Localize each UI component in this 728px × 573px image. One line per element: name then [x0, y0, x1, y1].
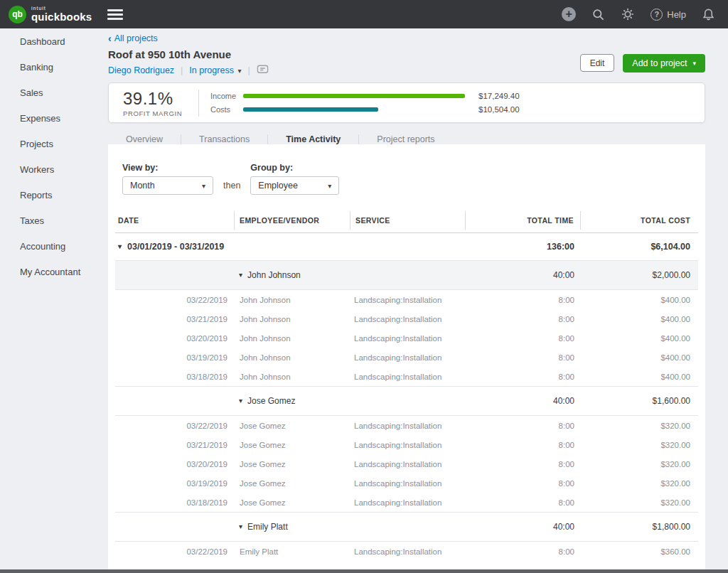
time-cell: 8:00	[466, 296, 581, 304]
employee-cell: Jose Gomez	[235, 498, 350, 507]
cost-cell: $400.00	[581, 353, 698, 362]
sidebar-item-projects[interactable]: Projects	[0, 131, 108, 156]
cost-cell: $320.00	[581, 441, 698, 449]
sidebar-item-taxes[interactable]: Taxes	[0, 208, 108, 233]
time-entry-row[interactable]: 03/18/2019Jose GomezLandscaping:Installa…	[115, 493, 698, 512]
service-cell: Landscaping:Installation	[350, 334, 466, 343]
create-plus-icon[interactable]: +	[562, 7, 576, 21]
sidebar-item-reports[interactable]: Reports	[0, 182, 108, 208]
cost-cell: $400.00	[581, 296, 698, 304]
intuit-wordmark: intuit	[31, 6, 92, 11]
hamburger-menu-icon[interactable]	[107, 7, 123, 22]
income-label: Income	[210, 92, 243, 100]
date-cell: 03/19/2019	[115, 353, 235, 362]
total-cost-cell: $6,104.00	[581, 242, 698, 252]
costs-value: $10,504.00	[478, 105, 520, 114]
time-cell: 8:00	[466, 373, 581, 381]
time-entry-row[interactable]: 03/20/2019John JohnsonLandscaping:Instal…	[115, 328, 698, 348]
sidebar-item-dashboard[interactable]: Dashboard	[0, 28, 108, 54]
time-entry-row[interactable]: 03/19/2019John JohnsonLandscaping:Instal…	[115, 348, 698, 367]
sidebar-item-sales[interactable]: Sales	[0, 80, 108, 105]
main-header: ‹ All projects Roof at 950 10th Avenue D…	[108, 28, 705, 149]
collapse-caret-icon[interactable]: ▾	[239, 523, 242, 530]
notes-icon[interactable]	[257, 65, 269, 75]
employee-group-row: ▾Emily Platt40:00$1,800.00	[115, 512, 698, 542]
help-label: Help	[667, 9, 686, 20]
customer-link[interactable]: Diego Rodriguez	[108, 65, 174, 75]
time-entry-row[interactable]: 03/21/2019John JohnsonLandscaping:Instal…	[115, 309, 698, 328]
service-cell: Landscaping:Installation	[350, 547, 466, 556]
col-header-date: DATE	[115, 211, 235, 230]
collapse-caret-icon[interactable]: ▾	[239, 272, 242, 279]
total-cost-cell: $1,600.00	[581, 396, 698, 406]
service-cell: Landscaping:Installation	[350, 479, 466, 488]
employee-cell: Emily Platt	[235, 547, 350, 556]
collapse-caret-icon[interactable]: ▾	[118, 243, 122, 250]
time-cell: 8:00	[466, 460, 581, 468]
cost-cell: $320.00	[581, 498, 698, 507]
sidebar-item-accounting[interactable]: Accounting	[0, 233, 108, 259]
notifications-bell-icon[interactable]	[702, 8, 715, 21]
time-entry-row[interactable]: 03/20/2019Jose GomezLandscaping:Installa…	[115, 454, 698, 473]
time-entry-row[interactable]: 03/22/2019Emily PlattLandscaping:Install…	[115, 542, 698, 561]
time-entry-row[interactable]: 03/22/2019John JohnsonLandscaping:Instal…	[115, 290, 698, 309]
table-header-row: DATE EMPLOYEE/VENDOR SERVICE TOTAL TIME …	[115, 208, 698, 233]
date-cell: 03/22/2019	[115, 547, 235, 556]
gear-icon[interactable]	[621, 7, 635, 21]
chevron-left-icon: ‹	[108, 33, 112, 43]
time-entry-row[interactable]: 03/21/2019Jose GomezLandscaping:Installa…	[115, 435, 698, 454]
cost-cell: $360.00	[581, 547, 698, 556]
total-cost-cell: $2,000.00	[581, 270, 698, 280]
group-by-dropdown[interactable]: Employee ▾	[250, 176, 339, 195]
service-cell: Landscaping:Installation	[350, 315, 466, 323]
help-button[interactable]: ? Help	[651, 9, 686, 21]
time-cell: 8:00	[466, 479, 581, 488]
employee-cell: John Johnson	[235, 353, 350, 362]
date-cell: 03/21/2019	[115, 315, 235, 323]
table-body: ▾03/01/2019 - 03/31/2019136:00$6,104.00▾…	[115, 233, 698, 561]
add-to-project-button[interactable]: Add to project ▾	[623, 54, 705, 73]
top-nav: qb intuit quickbooks + ? Help	[0, 0, 728, 28]
sidebar: DashboardBankingSalesExpensesProjectsWor…	[0, 28, 108, 573]
time-cell: 8:00	[466, 498, 581, 507]
bottom-window-edge	[0, 569, 728, 573]
time-activity-panel: View by: Month ▾ then Group by: Employee…	[108, 144, 705, 569]
profit-margin-label: PROFIT MARGIN	[123, 109, 198, 117]
caret-down-icon: ▾	[328, 182, 331, 190]
time-cell: 8:00	[466, 334, 581, 343]
time-entry-row[interactable]: 03/18/2019John JohnsonLandscaping:Instal…	[115, 367, 698, 386]
quickbooks-logo[interactable]: qb intuit quickbooks	[0, 6, 92, 23]
sidebar-item-banking[interactable]: Banking	[0, 54, 108, 80]
time-entry-row[interactable]: 03/22/2019Jose GomezLandscaping:Installa…	[115, 416, 698, 435]
qb-logo-icon: qb	[9, 6, 26, 23]
service-cell: Landscaping:Installation	[350, 373, 466, 381]
employee-cell: John Johnson	[235, 334, 350, 343]
time-cell: 8:00	[466, 315, 581, 323]
employee-group-row: ▾John Johnson40:00$2,000.00	[115, 260, 698, 290]
employee-cell: Jose Gomez	[235, 460, 350, 468]
sidebar-item-expenses[interactable]: Expenses	[0, 105, 108, 131]
cost-cell: $400.00	[581, 315, 698, 323]
col-header-total-time: TOTAL TIME	[466, 211, 581, 230]
time-entry-row[interactable]: 03/19/2019Jose GomezLandscaping:Installa…	[115, 473, 698, 493]
search-icon[interactable]	[592, 8, 605, 21]
sidebar-item-workers[interactable]: Workers	[0, 156, 108, 182]
sidebar-item-my-accountant[interactable]: My Accountant	[0, 259, 108, 284]
costs-bar	[243, 107, 378, 112]
cost-cell: $320.00	[581, 460, 698, 468]
costs-label: Costs	[210, 105, 243, 114]
collapse-caret-icon[interactable]: ▾	[239, 397, 242, 405]
date-cell: 03/18/2019	[115, 373, 235, 381]
month-group-label: 03/01/2019 - 03/31/2019	[127, 242, 224, 252]
breadcrumb-all-projects[interactable]: ‹ All projects	[108, 33, 158, 43]
view-by-dropdown[interactable]: Month ▾	[122, 176, 213, 195]
view-by-label: View by:	[122, 163, 213, 173]
edit-button[interactable]: Edit	[580, 54, 615, 72]
then-label: then	[223, 176, 240, 195]
status-dropdown[interactable]: In progress ▾	[189, 65, 241, 75]
cost-cell: $320.00	[581, 479, 698, 488]
date-cell: 03/20/2019	[115, 334, 235, 343]
time-cell: 8:00	[466, 547, 581, 556]
caret-down-icon: ▾	[237, 67, 241, 75]
date-cell: 03/21/2019	[115, 441, 235, 449]
